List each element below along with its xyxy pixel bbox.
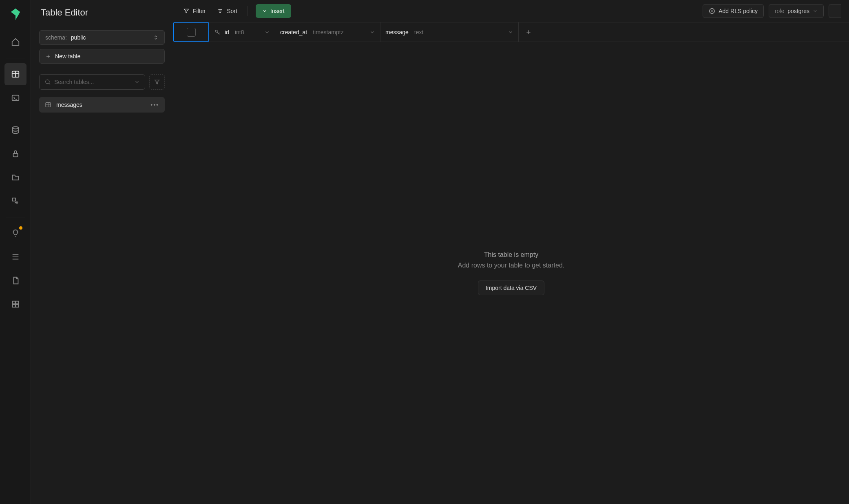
select-all-checkbox[interactable]: [173, 22, 209, 42]
table-filter-button[interactable]: [149, 74, 165, 90]
add-column-button[interactable]: [519, 22, 538, 42]
chevron-down-icon: [134, 79, 140, 85]
sort-icon: [217, 8, 223, 14]
empty-title: This table is empty: [484, 251, 538, 259]
nav-storage[interactable]: [4, 166, 27, 188]
notification-dot: [19, 226, 22, 230]
filter-label: Filter: [193, 8, 206, 14]
svg-point-7: [16, 202, 18, 203]
svg-rect-6: [13, 153, 18, 157]
svg-rect-15: [15, 305, 18, 307]
toolbar: Filter Sort Insert Add RLS pol: [173, 0, 849, 22]
role-selector[interactable]: role postgres: [769, 4, 824, 18]
chevron-down-icon: [262, 9, 267, 13]
filter-icon: [183, 8, 190, 14]
role-name: postgres: [787, 8, 809, 14]
plus-circle-icon: [709, 8, 715, 14]
search-tables-input[interactable]: [39, 74, 145, 90]
nav-advisor[interactable]: [4, 222, 27, 244]
svg-rect-14: [12, 305, 15, 307]
nav-reports[interactable]: [4, 270, 27, 292]
chevron-down-icon[interactable]: [264, 29, 270, 35]
chevron-down-icon: [813, 9, 818, 13]
insert-label: Insert: [270, 8, 285, 14]
column-type: timestamptz: [313, 29, 343, 35]
table-icon: [45, 102, 51, 108]
svg-line-19: [49, 83, 50, 84]
app-logo[interactable]: [9, 7, 22, 21]
search-icon: [44, 79, 51, 85]
sort-button[interactable]: Sort: [215, 5, 239, 17]
more-icon[interactable]: •••: [150, 102, 159, 108]
nav-auth[interactable]: [4, 143, 27, 165]
nav-api[interactable]: [4, 293, 27, 315]
filter-button[interactable]: Filter: [181, 5, 207, 17]
schema-selector[interactable]: schema: public: [39, 30, 165, 45]
column-name: created_at: [280, 29, 307, 35]
sort-label: Sort: [227, 8, 237, 14]
nav-database[interactable]: [4, 119, 27, 141]
nav-home[interactable]: [4, 31, 27, 53]
chevron-down-icon[interactable]: [508, 29, 513, 35]
new-table-button[interactable]: New table: [39, 49, 165, 64]
role-label: role: [775, 8, 784, 14]
empty-subtitle: Add rows to your table to get started.: [458, 262, 564, 269]
column-type: text: [414, 29, 424, 35]
column-name: id: [225, 29, 229, 35]
chevron-down-icon[interactable]: [369, 29, 375, 35]
column-name: message: [385, 29, 409, 35]
table-name: messages: [56, 102, 82, 108]
nav-logs[interactable]: [4, 246, 27, 268]
column-message[interactable]: message text: [380, 22, 519, 42]
icon-sidebar: [0, 0, 31, 504]
column-created-at[interactable]: created_at timestamptz: [275, 22, 380, 42]
page-title: Table Editor: [31, 0, 173, 25]
svg-point-18: [46, 80, 49, 84]
add-rls-button[interactable]: Add RLS policy: [703, 4, 764, 18]
new-table-label: New table: [55, 53, 80, 60]
overflow-button[interactable]: [829, 4, 841, 18]
column-id[interactable]: id int8: [209, 22, 275, 42]
empty-state: This table is empty Add rows to your tab…: [173, 42, 849, 504]
svg-point-5: [12, 127, 18, 129]
svg-rect-12: [12, 301, 15, 304]
rls-label: Add RLS policy: [719, 8, 758, 14]
schema-name: public: [71, 34, 86, 41]
main-area: Filter Sort Insert Add RLS pol: [173, 0, 849, 504]
svg-point-29: [215, 30, 217, 32]
column-headers: id int8 created_at timestamptz message t…: [173, 22, 849, 42]
primary-key-icon: [214, 29, 221, 35]
nav-table-editor[interactable]: [4, 63, 27, 85]
import-csv-button[interactable]: Import data via CSV: [478, 281, 544, 295]
panel-sidebar: Table Editor schema: public New table: [31, 0, 173, 504]
nav-edge-functions[interactable]: [4, 190, 27, 212]
plus-icon: [45, 53, 51, 59]
insert-button[interactable]: Insert: [256, 4, 291, 18]
table-list-item[interactable]: messages •••: [39, 97, 165, 113]
svg-rect-13: [15, 301, 18, 304]
chevron-updown-icon: [153, 35, 159, 40]
nav-sql-editor[interactable]: [4, 87, 27, 109]
schema-label: schema:: [45, 34, 67, 41]
column-type: int8: [235, 29, 244, 35]
